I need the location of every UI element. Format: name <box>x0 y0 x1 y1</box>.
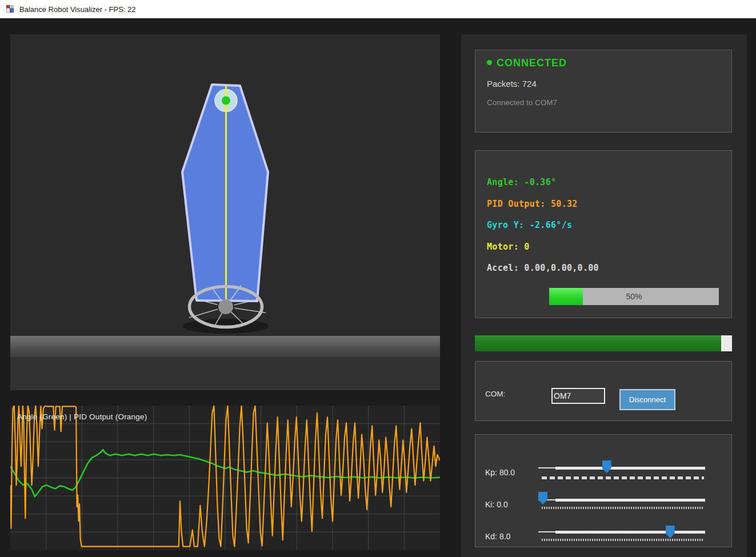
angle-pid-chart <box>10 406 440 550</box>
kp-track[interactable] <box>555 467 705 470</box>
robot-visualization-panel <box>10 34 440 390</box>
robot-visualization <box>10 34 440 390</box>
telemetry-box: Angle: -0.36° PID Output: 50.32 Gyro Y: … <box>475 150 732 318</box>
title-bar: Balance Robot Visualizer - FPS: 22 <box>0 0 756 18</box>
kd-track-left[interactable] <box>538 531 555 532</box>
kp-slider-thumb[interactable] <box>602 460 611 473</box>
disconnect-button[interactable]: Disconnect <box>619 389 675 410</box>
kp-track-left[interactable] <box>538 467 555 468</box>
ki-ticks <box>542 507 704 509</box>
kp-ticks <box>542 476 704 479</box>
packets-count: Packets: 724 <box>487 79 537 89</box>
com-port-input[interactable] <box>551 388 605 404</box>
chart-legend: Angle (Green) | PID Output (Orange) <box>17 412 147 421</box>
kd-label: Kd: 8.0 <box>485 532 510 541</box>
kd-track[interactable] <box>555 531 705 534</box>
ki-label: Ki: 0.0 <box>485 500 508 509</box>
data-progress-bar <box>475 335 732 351</box>
app-icon <box>6 5 15 14</box>
below-ground-area <box>10 357 440 390</box>
kp-label: Kp: 80.0 <box>485 468 515 477</box>
pid-output-value: PID Output: 50.32 <box>487 199 578 209</box>
wheel-hub <box>218 299 233 314</box>
imu-center-dot <box>222 97 230 105</box>
chart-panel: Angle (Green) | PID Output (Orange) <box>10 406 440 550</box>
connection-status-box: CONNECTED Packets: 724 Connected to COM7 <box>475 50 732 133</box>
balance-meter-label: 50% <box>549 288 719 305</box>
com-label: COM: <box>485 390 505 398</box>
status-dot-icon <box>487 60 492 65</box>
connection-status: CONNECTED <box>487 57 567 69</box>
ki-slider-thumb[interactable] <box>538 492 547 504</box>
ki-track[interactable] <box>555 499 705 502</box>
kd-ticks <box>542 539 704 541</box>
data-progress-fill <box>475 335 721 351</box>
control-panel: CONNECTED Packets: 724 Connected to COM7… <box>461 34 747 557</box>
angle-value: Angle: -0.36° <box>487 177 556 187</box>
motor-value: Motor: 0 <box>487 242 530 252</box>
kd-slider-thumb[interactable] <box>666 526 675 538</box>
connection-info: Connected to COM7 <box>487 98 557 107</box>
gyro-y-value: Gyro Y: -2.66°/s <box>487 220 572 230</box>
pid-tuning-box: Kp: 80.0 Ki: 0.0 Kd: 8.0 <box>475 434 732 547</box>
ground-bar <box>10 336 440 357</box>
accel-value: Accel: 0.00,0.00,0.00 <box>487 263 599 273</box>
status-text: CONNECTED <box>497 57 567 69</box>
window-title: Balance Robot Visualizer - FPS: 22 <box>19 5 136 14</box>
balance-meter: 50% <box>549 288 719 305</box>
com-connection-box: COM: Disconnect <box>475 361 732 421</box>
